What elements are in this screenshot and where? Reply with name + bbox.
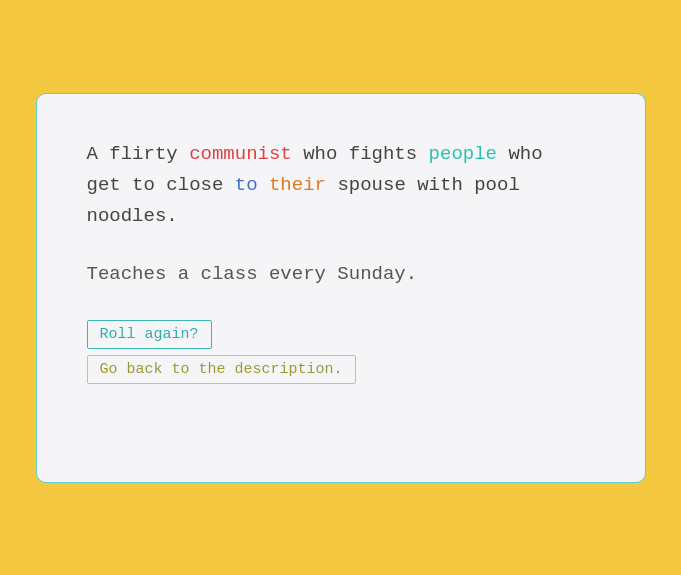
text-communist: communist (189, 143, 292, 165)
text-to2: to (235, 174, 258, 196)
text-their (258, 174, 269, 196)
text-to1: to (132, 174, 155, 196)
text-noodles: noodles. (87, 205, 178, 227)
text-get: get (87, 174, 133, 196)
button-group: Roll again? Go back to the description. (87, 320, 595, 384)
text-who-fights: who fights (292, 143, 429, 165)
text-who: who (497, 143, 543, 165)
content-card: A flirty communist who fights people who… (36, 93, 646, 483)
text-their-word: their (269, 174, 326, 196)
text-spouse: spouse with pool (326, 174, 520, 196)
secondary-description: Teaches a class every Sunday. (87, 263, 595, 285)
go-back-button[interactable]: Go back to the description. (87, 355, 356, 384)
roll-again-button[interactable]: Roll again? (87, 320, 212, 349)
text-people: people (429, 143, 497, 165)
text-close: close (155, 174, 235, 196)
main-description: A flirty communist who fights people who… (87, 139, 595, 233)
text-a-flirty: A flirty (87, 143, 190, 165)
